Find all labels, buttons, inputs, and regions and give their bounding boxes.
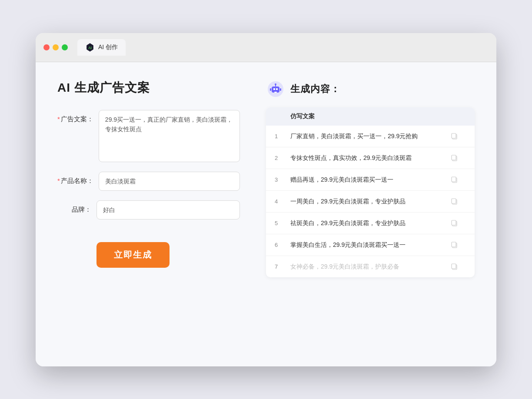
table-row: 2 专抹女性斑点，真实功效，29.9元美白淡斑霜: [266, 147, 475, 169]
result-title: 生成内容：: [290, 83, 340, 96]
left-panel: AI 生成广告文案 *广告文案： 29.9买一送一，真正的厂家直销，美白淡斑霜，…: [57, 80, 240, 349]
svg-rect-3: [272, 86, 279, 93]
right-panel: 生成内容： 仿写文案 1 厂家直销，美白淡斑霜，买一送一，29.9元抢购 2 专…: [266, 80, 475, 349]
row-text: 一周美白，29.9元美白淡斑霜，专业护肤品: [290, 197, 450, 206]
copy-icon[interactable]: [450, 154, 458, 162]
ai-tab-icon: AI: [85, 43, 95, 52]
table-row: 1 厂家直销，美白淡斑霜，买一送一，29.9元抢购: [266, 126, 475, 147]
browser-window: AI AI 创作 AI 生成广告文案 *广告文案： 29.9买一送一，真正的厂家…: [36, 33, 496, 366]
svg-rect-14: [452, 155, 456, 160]
svg-rect-18: [452, 199, 456, 203]
table-row: 7 女神必备，29.9元美白淡斑霜，护肤必备: [266, 256, 475, 277]
row-text: 赠品再送，29.9元美白淡斑霜买一送一: [290, 175, 450, 184]
svg-text:AI: AI: [88, 46, 92, 50]
browser-content: AI 生成广告文案 *广告文案： 29.9买一送一，真正的厂家直销，美白淡斑霜，…: [36, 62, 496, 366]
table-row: 6 掌握美白生活，29.9元美白淡斑霜买一送一: [266, 234, 475, 256]
row-number: 1: [275, 133, 290, 140]
svg-rect-16: [452, 177, 456, 182]
copy-icon[interactable]: [450, 132, 458, 140]
row-number: 6: [275, 242, 290, 248]
ad-copy-input[interactable]: 29.9买一送一，真正的厂家直销，美白淡斑霜，专抹女性斑点: [99, 110, 240, 162]
brand-input[interactable]: 好白: [96, 200, 240, 219]
tab-label: AI 创作: [98, 43, 118, 51]
result-table: 仿写文案 1 厂家直销，美白淡斑霜，买一送一，29.9元抢购 2 专抹女性斑点，…: [266, 107, 475, 277]
result-table-header: 仿写文案: [266, 107, 475, 126]
row-text: 专抹女性斑点，真实功效，29.9元美白淡斑霜: [290, 153, 450, 163]
svg-rect-24: [452, 264, 456, 269]
ai-tab[interactable]: AI AI 创作: [77, 39, 126, 56]
row-text: 掌握美白生活，29.9元美白淡斑霜买一送一: [290, 240, 450, 249]
copy-icon[interactable]: [450, 263, 458, 270]
row-text: 女神必备，29.9元美白淡斑霜，护肤必备: [290, 262, 450, 271]
svg-rect-22: [452, 242, 456, 247]
copy-icon[interactable]: [450, 219, 458, 227]
row-number: 3: [275, 176, 290, 183]
brand-label: 品牌：: [57, 200, 96, 214]
product-name-label: *产品名称：: [57, 172, 99, 185]
brand-group: 品牌： 好白: [57, 200, 240, 219]
svg-rect-9: [270, 88, 271, 91]
svg-rect-5: [276, 88, 278, 90]
svg-rect-12: [452, 133, 456, 138]
ad-copy-group: *广告文案： 29.9买一送一，真正的厂家直销，美白淡斑霜，专抹女性斑点: [57, 110, 240, 162]
table-row: 5 祛斑美白，29.9元美白淡斑霜，专业护肤品: [266, 213, 475, 234]
copy-icon[interactable]: [450, 176, 458, 183]
page-title: AI 生成广告文案: [57, 80, 240, 96]
row-number: 4: [275, 198, 290, 205]
svg-rect-4: [273, 88, 275, 90]
maximize-button[interactable]: [62, 44, 68, 50]
row-number: 2: [275, 155, 290, 161]
svg-rect-10: [280, 88, 281, 91]
svg-rect-20: [452, 220, 456, 225]
table-row: 4 一周美白，29.9元美白淡斑霜，专业护肤品: [266, 191, 475, 213]
required-mark-2: *: [57, 177, 60, 184]
row-text: 祛斑美白，29.9元美白淡斑霜，专业护肤品: [290, 219, 450, 228]
result-header: 生成内容：: [266, 80, 475, 99]
browser-titlebar: AI AI 创作: [36, 33, 496, 62]
copy-icon[interactable]: [450, 241, 458, 249]
svg-point-8: [275, 83, 276, 85]
row-number: 7: [275, 263, 290, 270]
product-name-group: *产品名称： 美白淡斑霜: [57, 172, 240, 191]
generate-button[interactable]: 立即生成: [96, 242, 170, 268]
svg-rect-6: [274, 92, 277, 93]
row-text: 厂家直销，美白淡斑霜，买一送一，29.9元抢购: [290, 132, 450, 141]
robot-icon: [266, 80, 285, 99]
product-name-input[interactable]: 美白淡斑霜: [99, 172, 240, 191]
close-button[interactable]: [43, 44, 50, 50]
required-mark-1: *: [57, 115, 60, 123]
traffic-lights: [43, 44, 68, 50]
minimize-button[interactable]: [53, 44, 59, 50]
ad-copy-label: *广告文案：: [57, 110, 99, 123]
table-header-label: 仿写文案: [290, 113, 450, 120]
copy-icon[interactable]: [450, 197, 458, 205]
table-row: 3 赠品再送，29.9元美白淡斑霜买一送一: [266, 169, 475, 191]
row-number: 5: [275, 220, 290, 226]
